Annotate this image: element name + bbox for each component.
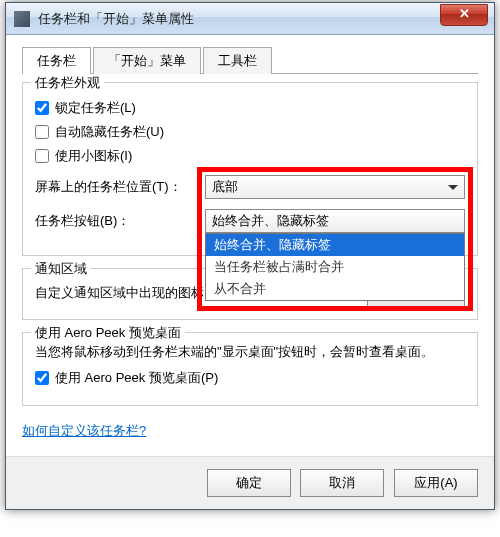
buttons-combobox[interactable]: 始终合并、隐藏标签 (205, 209, 465, 233)
buttons-label: 任务栏按钮(B)： (35, 212, 205, 230)
window-title: 任务栏和「开始」菜单属性 (38, 10, 440, 28)
aero-peek-label[interactable]: 使用 Aero Peek 预览桌面(P) (35, 369, 218, 387)
lock-taskbar-checkbox[interactable] (35, 101, 49, 115)
group-appearance-title: 任务栏外观 (31, 74, 104, 92)
group-aero-title: 使用 Aero Peek 预览桌面 (31, 324, 185, 342)
small-icons-label[interactable]: 使用小图标(I) (35, 147, 132, 165)
lock-taskbar-label[interactable]: 锁定任务栏(L) (35, 99, 136, 117)
location-value: 底部 (212, 178, 238, 196)
tab-start-menu[interactable]: 「开始」菜单 (93, 47, 201, 74)
location-label: 屏幕上的任务栏位置(T)： (35, 178, 205, 196)
group-notification-title: 通知区域 (31, 260, 91, 278)
tab-toolbars[interactable]: 工具栏 (203, 47, 272, 74)
buttons-dropdown-list: 始终合并、隐藏标签 当任务栏被占满时合并 从不合并 (205, 233, 465, 301)
small-icons-checkbox[interactable] (35, 149, 49, 163)
aero-desc: 当您将鼠标移动到任务栏末端的"显示桌面"按钮时，会暂时查看桌面。 (35, 343, 465, 361)
group-aero-peek: 使用 Aero Peek 预览桌面 当您将鼠标移动到任务栏末端的"显示桌面"按钮… (22, 332, 478, 406)
group-appearance: 任务栏外观 锁定任务栏(L) 自动隐藏任务栏(U) 使用小图标(I) 屏幕上的任… (22, 82, 478, 256)
apply-button[interactable]: 应用(A) (394, 469, 478, 497)
dropdown-option[interactable]: 始终合并、隐藏标签 (206, 234, 464, 256)
location-combobox[interactable]: 底部 (205, 175, 465, 199)
title-bar: 任务栏和「开始」菜单属性 ✕ (6, 3, 494, 35)
dropdown-option[interactable]: 当任务栏被占满时合并 (206, 256, 464, 278)
buttons-value: 始终合并、隐藏标签 (212, 212, 329, 230)
help-link[interactable]: 如何自定义该任务栏? (22, 422, 146, 440)
autohide-checkbox[interactable] (35, 125, 49, 139)
tab-taskbar[interactable]: 任务栏 (22, 47, 91, 74)
dialog-footer: 确定 取消 应用(A) (6, 456, 494, 509)
ok-button[interactable]: 确定 (207, 469, 291, 497)
dropdown-option[interactable]: 从不合并 (206, 278, 464, 300)
tab-strip: 任务栏 「开始」菜单 工具栏 (22, 47, 478, 74)
window-icon (14, 11, 30, 27)
autohide-label[interactable]: 自动隐藏任务栏(U) (35, 123, 164, 141)
cancel-button[interactable]: 取消 (300, 469, 384, 497)
aero-peek-checkbox[interactable] (35, 371, 49, 385)
close-button[interactable]: ✕ (440, 4, 488, 26)
